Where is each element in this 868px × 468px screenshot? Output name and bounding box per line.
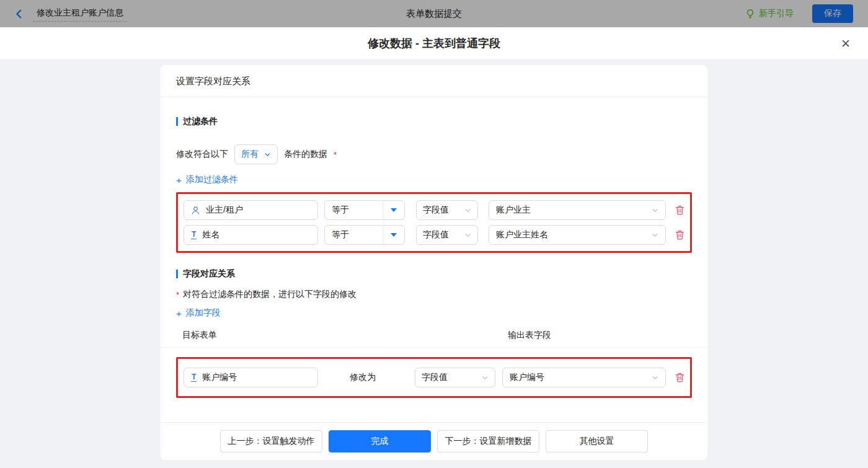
chevron-down-icon [652,207,658,214]
match-suffix-label: 条件的数据 [284,149,327,160]
user-icon [191,206,200,215]
card-title: 设置字段对应关系 [161,65,707,97]
value-field-select[interactable]: 账户业主 [489,200,666,220]
value-type-select[interactable]: 字段值 [416,200,478,220]
done-button[interactable]: 完成 [329,430,431,453]
output-field-column-label: 输出表字段 [508,330,551,341]
lightbulb-icon [745,9,755,19]
section-accent-bar [176,117,178,126]
value-type-select[interactable]: 字段值 [416,225,478,245]
filter-field-input[interactable]: 业主/租户 [184,200,318,220]
modal-header: 修改数据 - 主表到普通字段 ✕ [0,27,868,59]
match-mode-select[interactable]: 所有 [234,144,278,164]
required-mark: * [334,150,337,159]
mapping-row: T 账户编号 修改为 字段值 账户编号 [184,368,684,387]
other-settings-button[interactable]: 其他设置 [546,430,648,453]
plus-icon: + [176,309,182,318]
chevron-down-icon [464,207,471,214]
close-icon[interactable]: ✕ [837,37,854,50]
section-accent-bar [176,270,178,278]
match-prefix-label: 修改符合以下 [176,149,228,160]
plus-icon: + [176,175,182,185]
trash-icon[interactable] [675,373,684,382]
modal-title: 修改数据 - 主表到普通字段 [368,36,500,51]
mapping-rows-highlight-box: T 账户编号 修改为 字段值 账户编号 [176,357,692,398]
add-filter-condition-link[interactable]: + 添加过滤条件 [176,174,238,185]
chevron-down-icon [652,232,658,239]
mapping-section-title: 字段对应关系 [176,268,692,280]
trash-icon[interactable] [675,230,684,240]
mapping-description: * 对符合过滤条件的数据，进行以下字段的修改 [176,289,692,300]
caret-down-icon [383,226,404,244]
target-field-input[interactable]: T 账户编号 [184,368,318,387]
value-field-select[interactable]: 账户编号 [502,368,666,387]
required-mark: * [176,290,179,299]
page-title: 表单数据提交 [0,8,868,20]
top-bar: 修改业主租户账户信息 表单数据提交 新手引导 保存 [0,0,868,27]
match-condition-row: 修改符合以下 所有 条件的数据 * [176,144,692,164]
filter-row: 业主/租户 等于 字段值 账户业主 [184,200,684,220]
chevron-down-icon [482,374,489,381]
target-form-column-label: 目标表单 [182,330,217,341]
chevron-down-icon [264,151,271,158]
card-footer: 上一步：设置触发动作 完成 下一步：设置新增数据 其他设置 [161,422,707,460]
value-field-select[interactable]: 账户业主姓名 [489,225,666,245]
modal-body: 设置字段对应关系 过滤条件 修改符合以下 所有 条件的数据 * + [0,59,868,468]
divider [161,347,707,348]
add-field-link[interactable]: + 添加字段 [176,307,221,319]
filter-rows-highlight-box: 业主/租户 等于 字段值 账户业主 [176,192,692,253]
beginner-guide-label: 新手引导 [759,8,794,19]
filter-section-title: 过滤条件 [176,116,692,127]
caret-down-icon [383,201,404,219]
filter-row: T 姓名 等于 字段值 账户业主姓名 [184,225,684,245]
settings-card: 设置字段对应关系 过滤条件 修改符合以下 所有 条件的数据 * + [161,65,707,460]
beginner-guide-link[interactable]: 新手引导 [745,8,794,19]
modify-to-label: 修改为 [350,372,376,383]
filter-field-input[interactable]: T 姓名 [184,225,318,245]
prev-step-button[interactable]: 上一步：设置触发动作 [220,430,322,453]
value-type-select[interactable]: 字段值 [415,368,495,387]
text-field-icon: T [191,373,197,382]
text-field-icon: T [191,231,197,240]
topbar-actions: 新手引导 保存 [745,4,853,23]
next-step-button[interactable]: 下一步：设置新增数据 [437,430,539,453]
chevron-down-icon [464,232,471,239]
operator-select[interactable]: 等于 [324,225,405,245]
card-body: 过滤条件 修改符合以下 所有 条件的数据 * + 添加过滤条件 [161,97,707,422]
mapping-column-headers: 目标表单 输出表字段 [176,330,692,340]
operator-select[interactable]: 等于 [324,200,405,220]
chevron-down-icon [652,374,658,381]
save-button[interactable]: 保存 [812,4,853,23]
trash-icon[interactable] [675,205,684,215]
